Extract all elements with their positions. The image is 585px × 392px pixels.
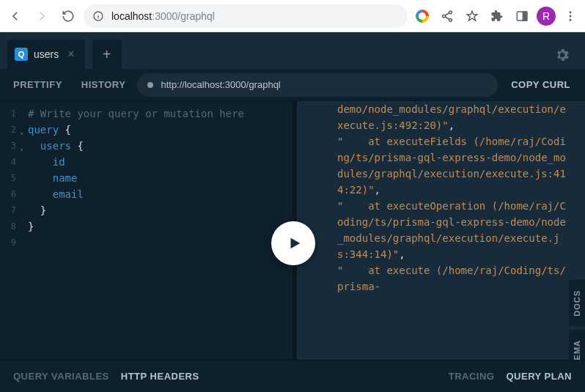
toolbar: PRETTIFY HISTORY http://localhost:3000/g…	[0, 69, 585, 101]
endpoint-input[interactable]: http://localhost:3000/graphql	[137, 73, 498, 97]
menu-icon[interactable]	[560, 6, 581, 26]
tracing-tab[interactable]: TRACING	[449, 371, 495, 382]
google-icon[interactable]	[412, 6, 433, 26]
bottom-bar: QUERY VARIABLES HTTP HEADERS TRACING QUE…	[0, 360, 585, 392]
endpoint-url: http://localhost:3000/graphql	[161, 79, 280, 90]
schema-tab[interactable]: SCHEMA	[569, 330, 585, 360]
copy-curl-button[interactable]: COPY CURL	[502, 73, 579, 96]
bookmark-icon[interactable]	[462, 6, 482, 26]
profile-avatar[interactable]: R	[537, 7, 556, 26]
http-headers-tab[interactable]: HTTP HEADERS	[121, 371, 199, 382]
forward-button[interactable]	[31, 5, 53, 27]
tab-label: users	[34, 48, 59, 60]
svg-point-11	[570, 11, 572, 13]
settings-icon[interactable]	[554, 47, 570, 66]
svg-point-12	[570, 15, 572, 17]
graphql-playground: Q users × + PRETTIFY HISTORY http://loca…	[0, 32, 585, 392]
browser-chrome: localhost:3000/graphql R	[0, 0, 585, 32]
workspace: 1# Write your query or mutation here 2▾q…	[0, 101, 585, 360]
close-tab-icon[interactable]: ×	[65, 48, 77, 61]
site-info-icon[interactable]	[92, 10, 104, 22]
panel-icon[interactable]	[512, 6, 532, 26]
new-tab-button[interactable]: +	[92, 40, 122, 69]
reload-button[interactable]	[57, 5, 79, 27]
side-tabs: DOCS SCHEMA	[569, 280, 585, 360]
share-icon[interactable]	[437, 6, 457, 26]
result-pane[interactable]: demo/node_modules/graphql/execution/exec…	[297, 101, 585, 360]
query-variables-tab[interactable]: QUERY VARIABLES	[13, 371, 109, 382]
execute-button[interactable]	[271, 221, 315, 265]
back-button[interactable]	[4, 5, 26, 27]
address-bar[interactable]: localhost:3000/graphql	[84, 4, 408, 28]
query-badge: Q	[15, 48, 28, 61]
docs-tab[interactable]: DOCS	[569, 280, 585, 327]
tab-bar: Q users × +	[0, 32, 585, 69]
query-plan-tab[interactable]: QUERY PLAN	[506, 371, 572, 382]
endpoint-status-icon	[147, 82, 153, 88]
extensions-icon[interactable]	[487, 6, 507, 26]
query-editor[interactable]: 1# Write your query or mutation here 2▾q…	[0, 101, 292, 360]
url-text: localhost:3000/graphql	[111, 10, 215, 22]
prettify-button[interactable]: PRETTIFY	[6, 73, 70, 96]
tab-users[interactable]: Q users ×	[7, 40, 85, 69]
history-button[interactable]: HISTORY	[74, 73, 133, 96]
svg-line-7	[445, 16, 449, 19]
svg-rect-10	[523, 12, 527, 21]
svg-line-6	[445, 12, 449, 15]
svg-point-13	[570, 18, 572, 21]
